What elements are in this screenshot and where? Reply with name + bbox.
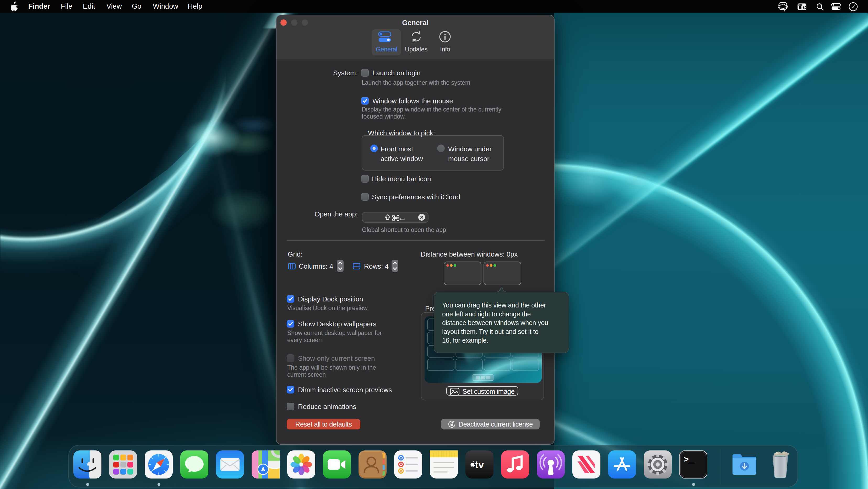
svg-text:tv: tv [475, 459, 484, 470]
svg-text:>_: >_ [683, 455, 694, 465]
